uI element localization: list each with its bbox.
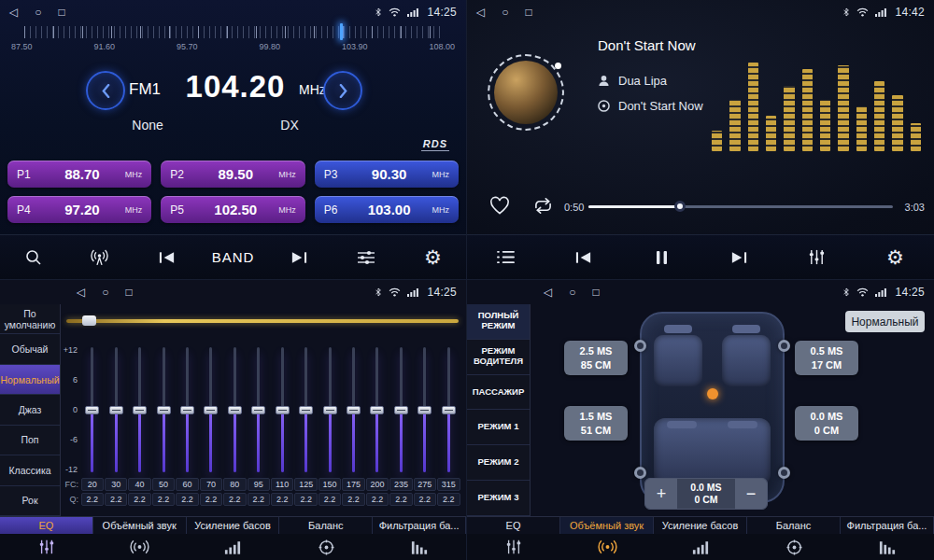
filter-tab-icon[interactable] bbox=[841, 534, 934, 560]
progress-thumb[interactable] bbox=[674, 201, 686, 212]
eq-slider-thumb[interactable] bbox=[299, 406, 313, 414]
audio-tab-4[interactable]: Баланс bbox=[279, 517, 373, 534]
master-level-slider[interactable] bbox=[66, 319, 459, 323]
home-icon[interactable]: ○ bbox=[102, 287, 108, 298]
delay-box-rear-left[interactable]: 1.5 MS 51 CM bbox=[564, 406, 628, 441]
eq-slider-thumb[interactable] bbox=[417, 406, 432, 414]
eq-band-slider[interactable] bbox=[247, 345, 270, 474]
speaker-rear-right-icon[interactable] bbox=[778, 467, 790, 479]
delay-box-front-right[interactable]: 0.5 MS 17 CM bbox=[795, 341, 858, 375]
eq-tab-icon[interactable] bbox=[467, 534, 560, 560]
equalizer-mixer-icon[interactable] bbox=[795, 239, 840, 276]
eq-slider-thumb[interactable] bbox=[323, 406, 337, 414]
back-icon[interactable]: ◁ bbox=[544, 287, 552, 298]
eq-preset-item[interactable]: Нормальный bbox=[0, 365, 60, 395]
eq-preset-item[interactable]: По умолчанию bbox=[0, 304, 60, 334]
eq-slider-thumb[interactable] bbox=[276, 406, 290, 414]
eq-slider-thumb[interactable] bbox=[228, 406, 242, 414]
surround-tab-icon[interactable] bbox=[560, 534, 654, 560]
repeat-icon[interactable] bbox=[532, 197, 555, 216]
eq-slider-thumb[interactable] bbox=[370, 406, 384, 414]
eq-preset-item[interactable]: Обычай bbox=[0, 334, 60, 364]
next-station-icon[interactable] bbox=[277, 239, 322, 276]
eq-band-slider[interactable] bbox=[223, 345, 247, 474]
eq-band-slider[interactable] bbox=[176, 345, 199, 474]
bass-boost-tab-icon[interactable] bbox=[187, 534, 280, 560]
eq-band-slider[interactable] bbox=[199, 345, 222, 474]
surround-mode-item[interactable]: ПАССАЖИР bbox=[467, 375, 530, 411]
eq-slider-thumb[interactable] bbox=[85, 406, 99, 414]
recents-icon[interactable]: □ bbox=[592, 287, 599, 298]
surround-mode-item[interactable]: РЕЖИМ 2 bbox=[467, 445, 530, 481]
scan-search-icon[interactable] bbox=[11, 239, 56, 276]
audio-tab-1[interactable]: EQ bbox=[467, 517, 560, 534]
favorite-icon[interactable] bbox=[489, 196, 512, 217]
eq-preset-item[interactable]: Классика bbox=[0, 455, 60, 485]
preset-button-p4[interactable]: P497.20MHz bbox=[7, 196, 151, 223]
playlist-icon[interactable] bbox=[484, 239, 529, 276]
surround-tab-icon[interactable] bbox=[93, 534, 187, 560]
listening-position-dot[interactable] bbox=[707, 388, 718, 399]
audio-tab-5[interactable]: Фильтрация ба... bbox=[373, 517, 466, 534]
preset-button-p6[interactable]: P6103.00MHz bbox=[315, 196, 459, 223]
eq-slider-thumb[interactable] bbox=[133, 406, 147, 414]
balance-tab-icon[interactable] bbox=[279, 534, 373, 560]
back-icon[interactable]: ◁ bbox=[9, 7, 18, 18]
eq-preset-item[interactable]: Рок bbox=[0, 486, 60, 516]
eq-band-slider[interactable] bbox=[128, 345, 151, 474]
filter-tab-icon[interactable] bbox=[373, 534, 466, 560]
eq-band-slider[interactable] bbox=[294, 345, 318, 474]
dx-mode-label[interactable]: DX bbox=[269, 118, 310, 133]
seat-front-left[interactable] bbox=[654, 325, 702, 386]
progress-slider[interactable] bbox=[588, 205, 893, 208]
seat-front-right[interactable] bbox=[722, 325, 771, 386]
delay-increase-button[interactable]: + bbox=[645, 479, 677, 509]
recents-icon[interactable]: □ bbox=[525, 7, 531, 18]
audio-tab-5[interactable]: Фильтрация ба... bbox=[841, 517, 934, 534]
recents-icon[interactable]: □ bbox=[125, 287, 132, 298]
audio-tab-2[interactable]: Объёмный звук bbox=[560, 517, 654, 534]
surround-mode-item[interactable]: ПОЛНЫЙ РЕЖИМ bbox=[467, 304, 530, 340]
eq-preset-item[interactable]: Поп bbox=[0, 426, 60, 455]
delay-box-rear-right[interactable]: 0.0 MS 0 CM bbox=[795, 406, 858, 441]
eq-band-slider[interactable] bbox=[413, 345, 436, 474]
delay-decrease-button[interactable]: − bbox=[735, 479, 767, 509]
eq-slider-thumb[interactable] bbox=[109, 406, 123, 414]
eq-tab-icon[interactable] bbox=[0, 534, 93, 560]
surround-mode-item[interactable]: РЕЖИМ 3 bbox=[467, 481, 530, 516]
eq-band-slider[interactable] bbox=[437, 345, 460, 474]
eq-slider-thumb[interactable] bbox=[394, 406, 408, 414]
audio-tab-2[interactable]: Объёмный звук bbox=[93, 517, 187, 534]
eq-slider-thumb[interactable] bbox=[204, 406, 218, 414]
preset-button-p5[interactable]: P5102.50MHz bbox=[161, 196, 304, 223]
master-level-thumb[interactable] bbox=[82, 315, 96, 326]
tune-down-button[interactable] bbox=[86, 71, 125, 110]
speaker-front-right-icon[interactable] bbox=[778, 340, 790, 352]
next-track-icon[interactable] bbox=[717, 239, 762, 276]
album-art[interactable] bbox=[488, 54, 564, 131]
seat-rear-bench[interactable] bbox=[654, 418, 771, 485]
audio-tab-3[interactable]: Усиление басов bbox=[654, 517, 747, 534]
bass-boost-tab-icon[interactable] bbox=[654, 534, 747, 560]
audio-settings-icon[interactable] bbox=[344, 239, 389, 276]
speaker-rear-left-icon[interactable] bbox=[634, 467, 646, 479]
surround-mode-item[interactable]: РЕЖИМ ВОДИТЕЛЯ bbox=[467, 340, 530, 375]
previous-station-icon[interactable] bbox=[144, 239, 189, 276]
eq-band-slider[interactable] bbox=[389, 345, 413, 474]
audio-tab-1[interactable]: EQ bbox=[0, 517, 93, 534]
audio-tab-3[interactable]: Усиление басов bbox=[187, 517, 280, 534]
eq-slider-thumb[interactable] bbox=[251, 406, 265, 414]
tune-up-button[interactable] bbox=[323, 71, 362, 110]
pause-icon[interactable] bbox=[639, 239, 684, 276]
eq-slider-thumb[interactable] bbox=[180, 406, 194, 414]
tuner-scale[interactable]: 87.5091.6095.7099.80103.90108.00 bbox=[11, 26, 455, 58]
back-icon[interactable]: ◁ bbox=[476, 7, 485, 18]
previous-track-icon[interactable] bbox=[561, 239, 606, 276]
eq-band-slider[interactable] bbox=[365, 345, 389, 474]
eq-band-slider[interactable] bbox=[104, 345, 127, 474]
recents-icon[interactable]: □ bbox=[58, 7, 64, 18]
preset-button-p3[interactable]: P390.30MHz bbox=[315, 161, 459, 188]
speaker-front-left-icon[interactable] bbox=[634, 340, 646, 352]
sound-profile-button[interactable]: Нормальный bbox=[845, 311, 925, 332]
broadcast-icon[interactable] bbox=[78, 239, 122, 276]
